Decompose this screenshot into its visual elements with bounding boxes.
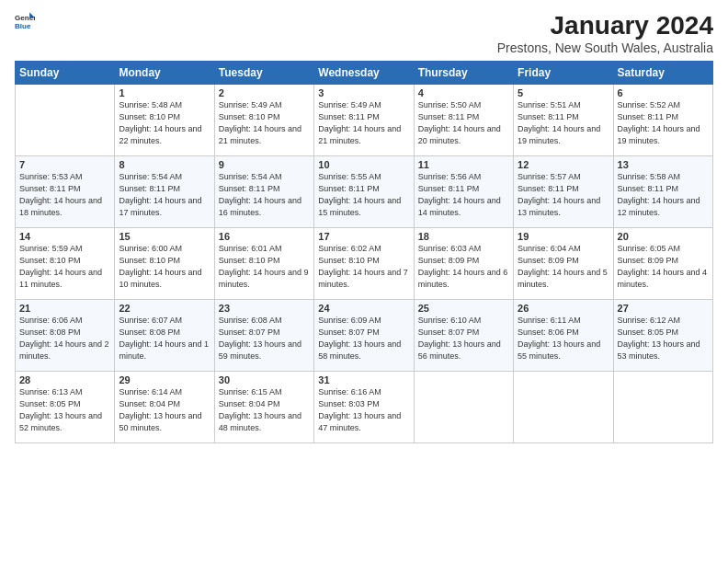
day-info: Sunrise: 5:49 AM Sunset: 8:11 PM Dayligh…	[318, 99, 409, 147]
calendar-cell: 13 Sunrise: 5:58 AM Sunset: 8:11 PM Dayl…	[613, 156, 712, 228]
day-info: Sunrise: 6:12 AM Sunset: 8:05 PM Dayligh…	[618, 315, 709, 362]
day-info: Sunrise: 6:15 AM Sunset: 8:04 PM Dayligh…	[219, 386, 310, 434]
svg-text:Blue: Blue	[15, 22, 31, 30]
calendar-cell: 11 Sunrise: 5:56 AM Sunset: 8:11 PM Dayl…	[414, 156, 513, 228]
day-number: 8	[119, 159, 210, 170]
day-info: Sunrise: 6:14 AM Sunset: 8:04 PM Dayligh…	[119, 386, 210, 434]
day-info: Sunrise: 6:04 AM Sunset: 8:09 PM Dayligh…	[518, 243, 609, 291]
calendar-cell	[16, 85, 115, 156]
day-number: 7	[19, 159, 110, 170]
calendar-cell: 31 Sunrise: 6:16 AM Sunset: 8:03 PM Dayl…	[314, 372, 414, 443]
day-info: Sunrise: 6:00 AM Sunset: 8:10 PM Dayligh…	[119, 243, 210, 291]
calendar-cell: 19 Sunrise: 6:04 AM Sunset: 8:09 PM Dayl…	[514, 228, 613, 300]
day-number: 31	[318, 374, 409, 385]
calendar-cell: 9 Sunrise: 5:54 AM Sunset: 8:11 PM Dayli…	[214, 156, 313, 228]
day-number: 16	[219, 231, 310, 242]
day-number: 15	[119, 231, 210, 242]
day-info: Sunrise: 5:58 AM Sunset: 8:11 PM Dayligh…	[618, 171, 709, 219]
header-thursday: Thursday	[414, 62, 513, 85]
calendar-cell: 15 Sunrise: 6:00 AM Sunset: 8:10 PM Dayl…	[115, 228, 214, 300]
calendar-cell	[613, 372, 712, 443]
calendar-week-5: 28 Sunrise: 6:13 AM Sunset: 8:05 PM Dayl…	[16, 372, 713, 443]
day-number: 26	[518, 303, 609, 314]
day-number: 11	[418, 159, 509, 170]
day-info: Sunrise: 5:52 AM Sunset: 8:11 PM Dayligh…	[618, 99, 709, 147]
day-number: 25	[418, 303, 509, 314]
calendar-cell: 10 Sunrise: 5:55 AM Sunset: 8:11 PM Dayl…	[314, 156, 414, 228]
header-row: General Blue January 2024 Prestons, New …	[15, 11, 713, 55]
calendar-cell	[514, 372, 613, 443]
calendar-cell: 4 Sunrise: 5:50 AM Sunset: 8:11 PM Dayli…	[414, 85, 513, 156]
day-info: Sunrise: 6:09 AM Sunset: 8:07 PM Dayligh…	[318, 315, 409, 362]
day-number: 27	[618, 303, 709, 314]
day-number: 22	[119, 303, 210, 314]
day-info: Sunrise: 5:53 AM Sunset: 8:11 PM Dayligh…	[19, 171, 110, 219]
day-info: Sunrise: 5:54 AM Sunset: 8:11 PM Dayligh…	[119, 171, 210, 219]
day-number: 9	[219, 159, 310, 170]
day-number: 4	[418, 87, 509, 98]
calendar-week-2: 7 Sunrise: 5:53 AM Sunset: 8:11 PM Dayli…	[16, 156, 713, 228]
calendar-cell: 6 Sunrise: 5:52 AM Sunset: 8:11 PM Dayli…	[613, 85, 712, 156]
day-number: 19	[518, 231, 609, 242]
calendar-cell: 5 Sunrise: 5:51 AM Sunset: 8:11 PM Dayli…	[514, 85, 613, 156]
day-info: Sunrise: 5:55 AM Sunset: 8:11 PM Dayligh…	[318, 171, 409, 219]
title-block: January 2024 Prestons, New South Wales, …	[497, 11, 713, 55]
header-friday: Friday	[514, 62, 613, 85]
day-number: 1	[119, 87, 210, 98]
logo: General Blue	[15, 11, 35, 31]
day-number: 17	[318, 231, 409, 242]
day-info: Sunrise: 6:10 AM Sunset: 8:07 PM Dayligh…	[418, 315, 509, 362]
day-info: Sunrise: 6:07 AM Sunset: 8:08 PM Dayligh…	[119, 315, 210, 362]
calendar-week-4: 21 Sunrise: 6:06 AM Sunset: 8:08 PM Dayl…	[16, 300, 713, 372]
day-info: Sunrise: 6:02 AM Sunset: 8:10 PM Dayligh…	[318, 243, 409, 291]
calendar-cell: 28 Sunrise: 6:13 AM Sunset: 8:05 PM Dayl…	[16, 372, 115, 443]
day-info: Sunrise: 6:13 AM Sunset: 8:05 PM Dayligh…	[19, 386, 110, 434]
calendar-week-1: 1 Sunrise: 5:48 AM Sunset: 8:10 PM Dayli…	[16, 85, 713, 156]
calendar-cell: 23 Sunrise: 6:08 AM Sunset: 8:07 PM Dayl…	[214, 300, 313, 372]
calendar-cell: 22 Sunrise: 6:07 AM Sunset: 8:08 PM Dayl…	[115, 300, 214, 372]
day-info: Sunrise: 6:16 AM Sunset: 8:03 PM Dayligh…	[318, 386, 409, 434]
calendar-table: Sunday Monday Tuesday Wednesday Thursday…	[15, 61, 713, 443]
day-number: 30	[219, 374, 310, 385]
header-sunday: Sunday	[16, 62, 115, 85]
day-number: 12	[518, 159, 609, 170]
day-info: Sunrise: 6:08 AM Sunset: 8:07 PM Dayligh…	[219, 315, 310, 362]
day-number: 10	[318, 159, 409, 170]
calendar-cell: 26 Sunrise: 6:11 AM Sunset: 8:06 PM Dayl…	[514, 300, 613, 372]
header-row-days: Sunday Monday Tuesday Wednesday Thursday…	[16, 62, 713, 85]
day-info: Sunrise: 5:54 AM Sunset: 8:11 PM Dayligh…	[219, 171, 310, 219]
calendar-cell: 12 Sunrise: 5:57 AM Sunset: 8:11 PM Dayl…	[514, 156, 613, 228]
day-info: Sunrise: 6:06 AM Sunset: 8:08 PM Dayligh…	[19, 315, 110, 362]
calendar-cell	[414, 372, 513, 443]
day-info: Sunrise: 5:51 AM Sunset: 8:11 PM Dayligh…	[518, 99, 609, 147]
day-info: Sunrise: 5:48 AM Sunset: 8:10 PM Dayligh…	[119, 99, 210, 147]
day-info: Sunrise: 6:05 AM Sunset: 8:09 PM Dayligh…	[618, 243, 709, 291]
page-container: General Blue January 2024 Prestons, New …	[0, 0, 728, 451]
day-number: 18	[418, 231, 509, 242]
day-number: 14	[19, 231, 110, 242]
day-number: 3	[318, 87, 409, 98]
header-wednesday: Wednesday	[314, 62, 414, 85]
day-number: 13	[618, 159, 709, 170]
calendar-cell: 8 Sunrise: 5:54 AM Sunset: 8:11 PM Dayli…	[115, 156, 214, 228]
day-number: 23	[219, 303, 310, 314]
calendar-cell: 2 Sunrise: 5:49 AM Sunset: 8:10 PM Dayli…	[214, 85, 313, 156]
day-number: 2	[219, 87, 310, 98]
calendar-cell: 30 Sunrise: 6:15 AM Sunset: 8:04 PM Dayl…	[214, 372, 313, 443]
calendar-cell: 16 Sunrise: 6:01 AM Sunset: 8:10 PM Dayl…	[214, 228, 313, 300]
day-number: 5	[518, 87, 609, 98]
calendar-cell: 25 Sunrise: 6:10 AM Sunset: 8:07 PM Dayl…	[414, 300, 513, 372]
day-info: Sunrise: 6:01 AM Sunset: 8:10 PM Dayligh…	[219, 243, 310, 291]
calendar-cell: 29 Sunrise: 6:14 AM Sunset: 8:04 PM Dayl…	[115, 372, 214, 443]
calendar-cell: 20 Sunrise: 6:05 AM Sunset: 8:09 PM Dayl…	[613, 228, 712, 300]
day-number: 20	[618, 231, 709, 242]
day-number: 29	[119, 374, 210, 385]
header-monday: Monday	[115, 62, 214, 85]
calendar-cell: 3 Sunrise: 5:49 AM Sunset: 8:11 PM Dayli…	[314, 85, 414, 156]
day-info: Sunrise: 5:49 AM Sunset: 8:10 PM Dayligh…	[219, 99, 310, 147]
header-tuesday: Tuesday	[214, 62, 313, 85]
calendar-week-3: 14 Sunrise: 5:59 AM Sunset: 8:10 PM Dayl…	[16, 228, 713, 300]
logo-icon: General Blue	[15, 11, 35, 31]
day-info: Sunrise: 6:11 AM Sunset: 8:06 PM Dayligh…	[518, 315, 609, 362]
calendar-cell: 21 Sunrise: 6:06 AM Sunset: 8:08 PM Dayl…	[16, 300, 115, 372]
